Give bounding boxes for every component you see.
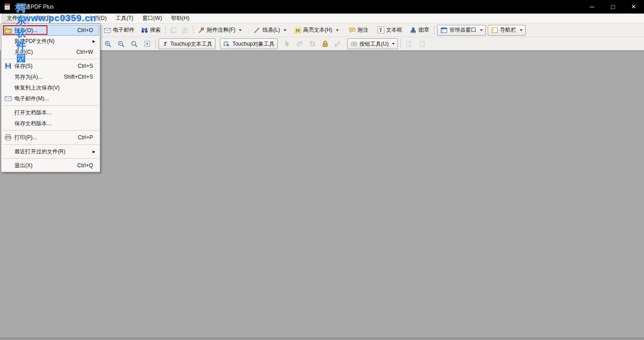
menu-item-close[interactable]: 关闭(C) Ctrl+W: [2, 47, 99, 57]
menu-item-shortcut: Ctrl+O: [77, 27, 93, 33]
menu-document[interactable]: 文档(D): [84, 14, 111, 23]
menu-separator: [3, 59, 98, 59]
menu-item-open-doc-version[interactable]: 打开文档版本...: [2, 107, 99, 118]
line-icon: [253, 27, 261, 34]
highlight-text-button[interactable]: H 高亮文本(H): [293, 25, 341, 36]
menu-item-exit[interactable]: 退出(X) Ctrl+Q: [2, 160, 99, 171]
zoom-out-icon: [117, 40, 125, 48]
button-tool-label: 按钮工具(U): [359, 40, 389, 48]
dropdown-arrow-icon: [520, 29, 523, 31]
page-import-icon: [419, 40, 426, 47]
toolbar-separator: [401, 39, 401, 48]
navbar-icon: [491, 27, 498, 34]
menu-item-new-pdf[interactable]: 新建PDF文件(N) ▶: [2, 36, 99, 47]
zoom-tool-button[interactable]: [129, 38, 140, 49]
maximize-icon: □: [611, 3, 615, 10]
menu-item-label: 新建PDF文件(N): [14, 38, 55, 45]
menu-item-label: 电子邮件(M)...: [14, 95, 49, 103]
lock-icon: [322, 40, 329, 47]
marquee-zoom-icon: [144, 40, 151, 48]
menu-item-recent-files[interactable]: 最近打开过的文件(R) ▶: [2, 146, 99, 157]
minimize-icon: ─: [590, 3, 594, 10]
zoom-in-button[interactable]: [103, 38, 113, 49]
textbox-label: 文本框: [386, 26, 402, 34]
textbox-icon: T: [378, 27, 384, 33]
dropdown-arrow-icon: [336, 29, 339, 31]
menu-tools[interactable]: 工具(T): [111, 14, 138, 23]
minimize-button[interactable]: ─: [582, 0, 602, 14]
marquee-zoom-button[interactable]: [142, 38, 153, 49]
note-button[interactable]: 附注: [347, 25, 370, 36]
save-icon: [3, 62, 14, 70]
toolbar-disabled-button-1: [168, 25, 178, 36]
search-label: 搜索: [150, 26, 161, 34]
manager-window-icon: [440, 27, 448, 34]
page-export-icon: [405, 40, 412, 47]
menu-item-revert[interactable]: 恢复到上次保存(V): [2, 82, 99, 93]
toolbar-separator: [165, 26, 166, 35]
menu-item-label: 打开(O)...: [14, 27, 37, 34]
dropdown-arrow-icon: [284, 29, 286, 31]
attachment-note-button[interactable]: 附件注释(F): [196, 25, 243, 36]
menu-file[interactable]: 文件(F): [2, 14, 29, 23]
menu-item-shortcut: Ctrl+Q: [77, 162, 93, 169]
stamp-button[interactable]: 图章: [408, 25, 431, 36]
security-tool-button[interactable]: [320, 38, 330, 49]
toolbar-separator: [434, 26, 434, 35]
attach-file-tool-button: [295, 38, 305, 49]
close-button[interactable]: ×: [623, 0, 644, 14]
submenu-arrow-icon: ▶: [93, 150, 95, 154]
navbar-button[interactable]: 导航栏: [488, 25, 526, 36]
textbox-button[interactable]: T 文本框: [376, 25, 404, 36]
menu-separator: [3, 158, 98, 159]
window-controls: ─ □ ×: [582, 0, 644, 14]
email-button[interactable]: 电子邮件: [102, 25, 136, 36]
email-label: 电子邮件: [113, 26, 135, 34]
open-folder-icon: [3, 27, 14, 34]
menu-item-print[interactable]: 打印(P)... Ctrl+P: [2, 132, 99, 143]
maximize-button[interactable]: □: [602, 0, 623, 14]
select-tool-button: [282, 38, 292, 49]
touchup-text-tool-button[interactable]: T Touchup文本工具: [159, 38, 215, 49]
touchup-object-icon: [223, 40, 230, 47]
close-icon: ×: [631, 2, 636, 11]
menu-item-label: 保存(S): [14, 62, 33, 70]
search-button[interactable]: 搜索: [139, 25, 163, 36]
menu-item-open[interactable]: 打开(O)... Ctrl+O: [2, 25, 99, 36]
menu-item-label: 恢复到上次保存(V): [14, 84, 60, 92]
paperclip-icon: [296, 40, 303, 47]
menu-window[interactable]: 窗口(W): [138, 14, 166, 23]
menu-item-label: 保存文档版本...: [14, 120, 51, 128]
menu-separator: [3, 130, 98, 131]
menu-view[interactable]: 查看(V): [56, 14, 84, 23]
zoom-out-button[interactable]: [116, 38, 126, 49]
menu-edit[interactable]: 编辑(E): [29, 14, 56, 23]
manager-window-label: 管理器窗口: [449, 26, 476, 34]
manager-window-button[interactable]: 管理器窗口: [437, 25, 486, 36]
menu-item-save-doc-version[interactable]: 保存文档版本...: [2, 118, 99, 129]
menu-item-email[interactable]: 电子邮件(M)...: [2, 93, 99, 104]
menu-item-shortcut: Ctrl+S: [78, 63, 93, 69]
menu-item-save-as[interactable]: 另存为(A)... Shift+Ctrl+S: [2, 71, 99, 82]
highlight-icon: H: [294, 27, 301, 33]
line-tool-button[interactable]: 线条(L): [252, 25, 288, 36]
menu-item-shortcut: Ctrl+W: [76, 49, 93, 55]
line-tool-label: 线条(L): [262, 26, 280, 34]
pages-icon: [182, 27, 189, 34]
file-menu-dropdown: 打开(O)... Ctrl+O 新建PDF文件(N) ▶ 关闭(C) Ctrl+…: [1, 24, 100, 172]
menu-separator: [3, 105, 98, 106]
touchup-object-tool-button[interactable]: Touchup对象工具: [220, 38, 277, 49]
menu-item-save[interactable]: 保存(S) Ctrl+S: [2, 61, 99, 71]
toolbar-separator: [155, 39, 156, 48]
crop-icon: [309, 40, 316, 47]
menu-help[interactable]: 帮助(H): [167, 14, 194, 23]
pencil-tool-button: [333, 38, 343, 49]
toolbar-separator: [193, 26, 193, 35]
attachment-note-label: 附件注释(F): [207, 26, 235, 34]
crop-tool-button: [308, 38, 317, 49]
pages-icon: [170, 27, 177, 34]
menu-separator: [3, 144, 98, 145]
button-tool-button[interactable]: 按钮工具(U): [347, 38, 398, 49]
window-bottom-border: [0, 337, 644, 340]
navbar-label: 导航栏: [500, 26, 516, 34]
